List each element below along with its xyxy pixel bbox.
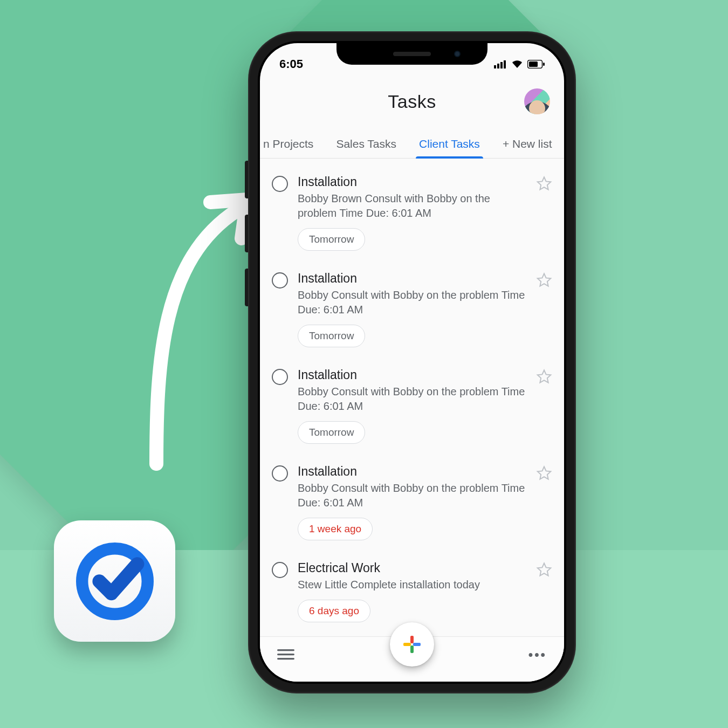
phone-screen: 6:05 — [260, 43, 564, 682]
due-chip[interactable]: Tomorrow — [298, 228, 365, 251]
task-body[interactable]: Electrical Work Stew Little Complete ins… — [298, 561, 526, 622]
svg-rect-8 — [277, 649, 294, 651]
star-icon[interactable] — [536, 176, 552, 192]
tab-label: Sales Tasks — [336, 138, 396, 150]
svg-rect-7 — [543, 63, 545, 66]
svg-rect-13 — [410, 645, 414, 653]
task-title: Electrical Work — [298, 561, 526, 575]
plus-icon — [401, 634, 423, 655]
bottom-app-bar: ••• — [260, 636, 564, 682]
task-row[interactable]: Installation Bobby Brown Consult with Bo… — [260, 162, 564, 258]
task-checkbox[interactable] — [272, 369, 288, 385]
svg-rect-10 — [277, 658, 294, 660]
task-description: Bobby Brown Consult with Bobby on the pr… — [298, 191, 526, 221]
task-body[interactable]: Installation Bobby Consult with Bobby on… — [298, 271, 526, 347]
svg-rect-9 — [277, 654, 294, 655]
due-chip[interactable]: 6 days ago — [298, 600, 370, 622]
task-row[interactable]: Installation Bobby Consult with Bobby on… — [260, 258, 564, 355]
task-checkbox[interactable] — [272, 562, 288, 578]
svg-rect-6 — [529, 61, 538, 67]
task-checkbox[interactable] — [272, 465, 288, 482]
account-avatar[interactable] — [524, 88, 550, 114]
task-title: Installation — [298, 271, 526, 286]
task-body[interactable]: Installation Bobby Consult with Bobby on… — [298, 368, 526, 444]
cellular-icon — [494, 60, 507, 68]
task-title: Installation — [298, 175, 526, 189]
star-icon[interactable] — [536, 369, 552, 385]
svg-rect-12 — [413, 643, 421, 646]
list-tabs: n Projects Sales Tasks Client Tasks + Ne… — [260, 127, 564, 159]
due-chip[interactable]: 1 week ago — [298, 518, 373, 540]
status-time: 6:05 — [279, 57, 303, 71]
task-list[interactable]: Installation Bobby Brown Consult with Bo… — [260, 159, 564, 682]
svg-rect-14 — [403, 643, 411, 646]
tab-client-tasks[interactable]: Client Tasks — [416, 138, 483, 158]
task-title: Installation — [298, 368, 526, 382]
phone-bezel: 6:05 — [258, 41, 566, 684]
star-icon[interactable] — [536, 272, 552, 289]
task-description: Bobby Consult with Bobby on the problem … — [298, 384, 526, 414]
task-checkbox[interactable] — [272, 176, 288, 192]
tab-new-list[interactable]: + New list — [499, 138, 555, 158]
due-chip[interactable]: Tomorrow — [298, 325, 365, 347]
add-task-button[interactable] — [390, 622, 434, 667]
menu-icon[interactable] — [277, 648, 294, 661]
task-row[interactable]: Installation Bobby Consult with Bobby on… — [260, 355, 564, 451]
task-body[interactable]: Installation Bobby Brown Consult with Bo… — [298, 175, 526, 251]
task-title: Installation — [298, 464, 526, 479]
task-description: Bobby Consult with Bobby on the problem … — [298, 481, 526, 510]
tab-projects[interactable]: n Projects — [260, 138, 317, 158]
battery-icon — [527, 60, 545, 68]
svg-rect-11 — [410, 636, 414, 643]
svg-rect-1 — [494, 65, 496, 68]
tab-label: + New list — [503, 138, 552, 150]
svg-rect-2 — [497, 64, 499, 68]
task-description: Bobby Consult with Bobby on the problem … — [298, 288, 526, 317]
svg-rect-3 — [500, 62, 503, 68]
tab-sales-tasks[interactable]: Sales Tasks — [333, 138, 400, 158]
star-icon[interactable] — [536, 465, 552, 482]
tasks-check-icon — [72, 538, 158, 624]
star-icon[interactable] — [536, 562, 552, 578]
google-tasks-app-icon — [54, 520, 175, 642]
tab-label: n Projects — [263, 138, 313, 150]
app-header: Tasks — [260, 75, 564, 127]
phone-notch — [336, 43, 487, 65]
tab-label: Client Tasks — [419, 138, 480, 150]
due-chip[interactable]: Tomorrow — [298, 421, 365, 444]
task-row[interactable]: Installation Bobby Consult with Bobby on… — [260, 451, 564, 548]
wifi-icon — [511, 60, 523, 68]
task-checkbox[interactable] — [272, 272, 288, 289]
task-description: Stew Little Complete installation today — [298, 578, 526, 592]
page-title: Tasks — [388, 91, 436, 112]
task-body[interactable]: Installation Bobby Consult with Bobby on… — [298, 464, 526, 540]
svg-rect-4 — [504, 60, 506, 68]
background-scene: 6:05 — [0, 0, 728, 728]
task-row[interactable]: Electrical Work Stew Little Complete ins… — [260, 548, 564, 630]
phone-mockup: 6:05 — [248, 31, 576, 693]
